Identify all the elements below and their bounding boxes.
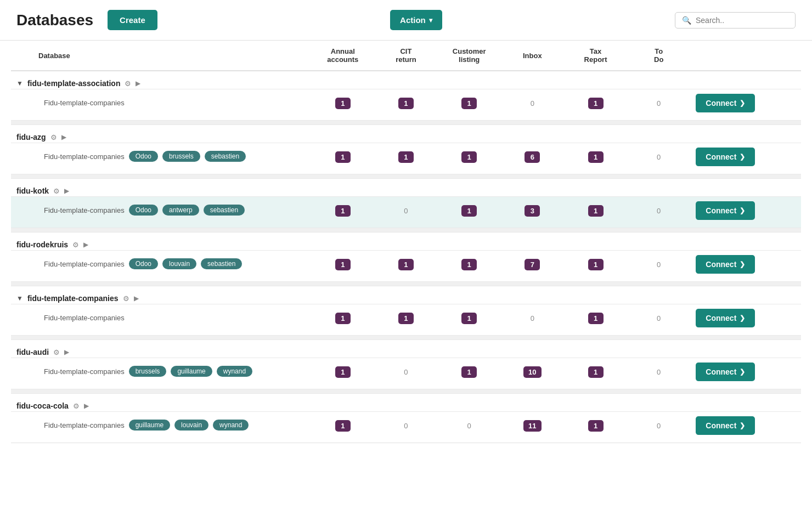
stat-badge: 1	[335, 420, 351, 432]
gear-icon[interactable]: ⚙	[53, 348, 60, 356]
connect-button[interactable]: Connect ❯	[696, 255, 755, 274]
stat-badge: 1	[335, 151, 351, 163]
group-header-row: fidu-azg⚙▶	[11, 125, 801, 143]
tag[interactable]: antwerp	[162, 205, 199, 216]
stat-badge: 1	[461, 366, 477, 378]
db-cell: Fidu-template-companiesbrusselsguillaume…	[11, 358, 311, 389]
connect-cell: Connect ❯	[690, 251, 801, 282]
tag[interactable]: guillaume	[171, 366, 212, 377]
group-name: fidu-rodekruis	[16, 240, 68, 249]
table-row: Fidu-template-companiesOdoobrusselssebas…	[11, 143, 801, 174]
col-header-inbox: Inbox	[501, 41, 564, 71]
sub-db-name: Fidu-template-companies	[44, 314, 125, 322]
tag[interactable]: sebastien	[205, 151, 246, 162]
tag[interactable]: louvain	[162, 258, 196, 269]
connect-button[interactable]: Connect ❯	[696, 309, 755, 327]
col-header-tax-report: TaxReport	[564, 41, 627, 71]
connect-button[interactable]: Connect ❯	[696, 148, 755, 166]
stat-zero: 0	[657, 422, 661, 430]
stat-badge: 1	[588, 205, 604, 217]
col-header-cit-return: CITreturn	[374, 41, 437, 71]
group-name: fidu-template-association	[27, 79, 121, 88]
table-row: Fidu-template-companiesbrusselsguillaume…	[11, 358, 801, 389]
stat-zero: 0	[657, 368, 661, 376]
connect-button[interactable]: Connect ❯	[696, 201, 755, 220]
tag[interactable]: Odoo	[129, 205, 158, 216]
navigate-icon[interactable]: ▶	[83, 241, 88, 248]
tag[interactable]: Odoo	[129, 258, 158, 269]
navigate-icon[interactable]: ▶	[134, 295, 139, 302]
stat-zero: 0	[657, 207, 661, 215]
create-button[interactable]: Create	[108, 10, 157, 30]
tag[interactable]: guillaume	[129, 420, 170, 431]
tag[interactable]: Odoo	[129, 151, 158, 162]
stat-badge: 1	[461, 151, 477, 163]
group-name: fidu-kotk	[16, 186, 49, 195]
tag[interactable]: louvain	[174, 420, 208, 431]
stat-badge: 1	[461, 313, 477, 324]
stat-badge: 1	[335, 366, 351, 378]
connect-cell: Connect ❯	[690, 412, 801, 443]
stat-zero: 0	[404, 207, 408, 215]
stat-badge: 1	[461, 259, 477, 270]
page-wrapper: Databases Create Action ▾ 🔍 Database Ann…	[0, 0, 812, 521]
connect-button[interactable]: Connect ❯	[696, 94, 755, 112]
gear-icon[interactable]: ⚙	[72, 241, 79, 249]
stat-badge: 1	[398, 313, 414, 324]
stat-badge: 1	[588, 313, 604, 324]
table-row: Fidu-template-companiesOdooantwerpsebast…	[11, 197, 801, 228]
stat-badge: 1	[398, 151, 414, 163]
tag[interactable]: brussels	[162, 151, 200, 162]
tag[interactable]: sebastien	[204, 205, 245, 216]
connect-cell: Connect ❯	[690, 143, 801, 174]
group-name: fidu-azg	[16, 133, 46, 141]
db-cell: Fidu-template-companies	[11, 89, 311, 121]
stat-badge: 6	[525, 151, 540, 163]
stat-zero: 0	[467, 422, 471, 430]
gear-icon[interactable]: ⚙	[53, 187, 60, 195]
db-cell: Fidu-template-companies	[11, 304, 311, 336]
gear-icon[interactable]: ⚙	[123, 295, 129, 303]
stat-badge: 1	[588, 98, 604, 109]
col-header-database: Database	[11, 41, 311, 71]
stat-badge: 1	[461, 205, 477, 217]
connect-button[interactable]: Connect ❯	[696, 363, 755, 381]
action-button[interactable]: Action ▾	[390, 10, 442, 30]
stat-zero: 0	[531, 99, 534, 107]
tag[interactable]: wynand	[213, 420, 249, 431]
stat-zero: 0	[657, 99, 661, 107]
stat-badge: 7	[525, 259, 540, 270]
group-name: fidu-template-companies	[27, 294, 119, 303]
stat-zero: 0	[657, 153, 661, 161]
dropdown-arrow-icon: ▾	[429, 16, 432, 24]
stat-badge: 1	[588, 420, 604, 432]
connect-button[interactable]: Connect ❯	[696, 416, 755, 435]
connect-cell: Connect ❯	[690, 197, 801, 228]
gear-icon[interactable]: ⚙	[125, 80, 131, 88]
db-cell: Fidu-template-companiesguillaumelouvainw…	[11, 412, 311, 443]
stat-badge: 1	[461, 98, 477, 109]
navigate-icon[interactable]: ▶	[136, 80, 140, 87]
connect-cell: Connect ❯	[690, 89, 801, 121]
navigate-icon[interactable]: ▶	[64, 187, 69, 195]
group-header-row: ▼fidu-template-association⚙▶	[11, 71, 801, 89]
stat-badge: 10	[523, 366, 541, 378]
group-header-row: fidu-kotk⚙▶	[11, 179, 801, 197]
table-row: Fidu-template-companiesOdoolouvainsebast…	[11, 251, 801, 282]
db-cell: Fidu-template-companiesOdoolouvainsebast…	[11, 251, 311, 282]
tag[interactable]: brussels	[129, 366, 167, 377]
gear-icon[interactable]: ⚙	[73, 402, 80, 410]
stat-badge: 1	[398, 98, 414, 109]
navigate-icon[interactable]: ▶	[61, 133, 66, 141]
search-icon: 🔍	[682, 16, 691, 25]
gear-icon[interactable]: ⚙	[50, 133, 57, 141]
expand-icon[interactable]: ▼	[16, 295, 23, 302]
stat-badge: 1	[335, 98, 351, 109]
sub-db-name: Fidu-template-companies	[44, 152, 125, 161]
navigate-icon[interactable]: ▶	[84, 402, 89, 410]
tag[interactable]: wynand	[217, 366, 252, 377]
navigate-icon[interactable]: ▶	[64, 348, 69, 356]
expand-icon[interactable]: ▼	[16, 80, 23, 87]
tag[interactable]: sebastien	[201, 258, 242, 269]
search-input[interactable]	[696, 16, 788, 25]
